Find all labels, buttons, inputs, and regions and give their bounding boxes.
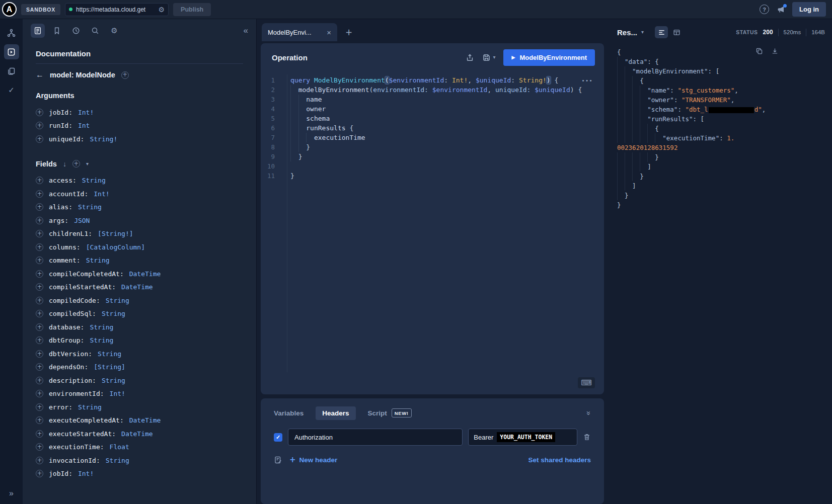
collapse-docs-button[interactable]: «	[244, 26, 248, 36]
run-operation-button[interactable]: ▶ ModelByEnvironment	[503, 49, 595, 66]
docs-field-row[interactable]: +alias:String	[36, 201, 243, 214]
add-field-icon[interactable]: +	[36, 416, 43, 424]
docs-field-row[interactable]: +jobId:Int!	[36, 467, 243, 481]
docs-field-row[interactable]: +executeStartedAt:DateTime	[36, 427, 243, 441]
add-field-icon[interactable]: +	[36, 323, 43, 331]
add-field-icon[interactable]: +	[36, 177, 43, 184]
checks-nav-button[interactable]: ✓	[4, 82, 19, 98]
collections-nav-button[interactable]	[4, 63, 19, 78]
download-response-button[interactable]	[771, 47, 779, 55]
add-field-icon[interactable]: +	[36, 377, 43, 384]
add-field-icon[interactable]: +	[36, 443, 43, 451]
docs-field-row[interactable]: +executeCompletedAt:DateTime	[36, 414, 243, 428]
add-field-icon[interactable]: +	[36, 109, 43, 116]
new-tab-button[interactable]: +	[342, 26, 355, 39]
expand-rail-button[interactable]: »	[9, 489, 14, 498]
delete-header-button[interactable]	[583, 433, 591, 441]
docs-field-row[interactable]: +invocationId:String	[36, 454, 243, 467]
sandbox-badge[interactable]: SANDBOX	[21, 4, 60, 15]
add-field-icon[interactable]: +	[36, 297, 43, 304]
docs-field-row[interactable]: +compileStartedAt:DateTime	[36, 281, 243, 294]
documentation-tab-button[interactable]	[31, 24, 45, 38]
docs-field-row[interactable]: +executionTime:Float	[36, 441, 243, 454]
search-button[interactable]	[88, 24, 102, 38]
header-key-input[interactable]	[288, 429, 463, 446]
add-field-icon[interactable]: +	[36, 310, 43, 317]
add-type-icon[interactable]: +	[121, 71, 129, 79]
add-field-icon[interactable]: +	[36, 363, 43, 371]
back-arrow-icon[interactable]: ←	[36, 70, 44, 79]
docs-field-row[interactable]: +environmentId:Int!	[36, 387, 243, 401]
tab-script-group[interactable]: Script NEW!	[368, 408, 412, 417]
add-field-icon[interactable]: +	[36, 403, 43, 411]
docs-field-row[interactable]: +columns:[CatalogColumn]	[36, 240, 243, 254]
add-field-icon[interactable]: +	[36, 230, 43, 237]
editor-line-menu-icon[interactable]: •••	[581, 77, 593, 84]
explorer-nav-button[interactable]	[4, 44, 19, 59]
endpoint-settings-gear-icon[interactable]: ⚙	[159, 6, 165, 13]
history-button[interactable]	[69, 24, 83, 38]
operation-tab[interactable]: ModelByEnvi... ×	[262, 23, 337, 41]
docs-field-row[interactable]: +childrenL1:[String!]	[36, 227, 243, 241]
add-field-icon[interactable]: +	[36, 135, 43, 143]
login-button[interactable]: Log in	[792, 2, 826, 17]
docs-argument-row[interactable]: +runId:Int	[36, 119, 243, 133]
add-field-icon[interactable]: +	[36, 122, 43, 129]
explorer-settings-button[interactable]: ⚙	[107, 24, 121, 38]
docs-field-row[interactable]: +dbtVersion:String	[36, 347, 243, 361]
docs-field-row[interactable]: +dependsOn:[String]	[36, 361, 243, 374]
header-enabled-checkbox[interactable]: ✓	[274, 433, 282, 442]
docs-field-row[interactable]: +dbtGroup:String	[36, 334, 243, 348]
add-field-icon[interactable]: +	[36, 203, 43, 211]
add-field-icon[interactable]: +	[36, 430, 43, 438]
docs-field-row[interactable]: +compileCompletedAt:DateTime	[36, 267, 243, 281]
response-title[interactable]: Res...	[617, 28, 637, 37]
copy-response-button[interactable]	[755, 47, 763, 55]
docs-field-row[interactable]: +compiledSql:String	[36, 307, 243, 321]
docs-field-row[interactable]: +accountId:Int!	[36, 187, 243, 201]
graphql-editor[interactable]: 1query ModelByEnvironment($environmentId…	[261, 71, 604, 394]
docs-field-row[interactable]: +comment:String	[36, 254, 243, 268]
help-icon[interactable]: ?	[760, 5, 769, 14]
add-all-fields-icon[interactable]: +	[72, 160, 80, 167]
add-field-icon[interactable]: +	[36, 457, 43, 464]
tab-variables[interactable]: Variables	[274, 409, 304, 417]
publish-button[interactable]: Publish	[173, 3, 211, 16]
add-field-icon[interactable]: +	[36, 190, 43, 198]
formatted-view-button[interactable]	[655, 26, 668, 38]
table-view-button[interactable]	[670, 26, 683, 38]
saved-operations-button[interactable]	[50, 24, 64, 38]
add-field-icon[interactable]: +	[36, 257, 43, 264]
keyboard-shortcuts-icon[interactable]: ⌨	[578, 377, 595, 388]
collapse-panel-icon[interactable]: »	[584, 411, 593, 415]
response-caret-icon[interactable]: ▾	[641, 30, 644, 35]
set-shared-headers-link[interactable]: Set shared headers	[528, 456, 591, 464]
docs-argument-row[interactable]: +jobId:Int!	[36, 106, 243, 119]
add-field-icon[interactable]: +	[36, 217, 43, 224]
docs-field-row[interactable]: +error:String	[36, 400, 243, 414]
docs-argument-row[interactable]: +uniqueId:String!	[36, 132, 243, 146]
add-field-icon[interactable]: +	[36, 350, 43, 358]
share-operation-button[interactable]	[466, 53, 474, 62]
schema-nav-button[interactable]	[4, 25, 19, 40]
save-operation-button[interactable]: ▾	[482, 53, 495, 62]
tab-headers[interactable]: Headers	[316, 406, 355, 420]
close-tab-icon[interactable]: ×	[327, 29, 331, 36]
header-value-input[interactable]: Bearer YOUR_AUTH_TOKEN	[468, 429, 577, 446]
docs-field-row[interactable]: +compiledCode:String	[36, 294, 243, 307]
docs-field-row[interactable]: +database:String	[36, 320, 243, 334]
add-fields-caret-icon[interactable]: ▾	[86, 161, 89, 166]
add-field-icon[interactable]: +	[36, 470, 43, 477]
apollo-logo[interactable]: A	[2, 2, 17, 17]
add-field-icon[interactable]: +	[36, 283, 43, 291]
docs-field-row[interactable]: +args:JSON	[36, 214, 243, 227]
endpoint-url-input[interactable]: https://metadata.cloud.get ⚙	[65, 3, 169, 16]
docs-field-row[interactable]: +description:String	[36, 374, 243, 387]
add-field-icon[interactable]: +	[36, 337, 43, 344]
bulk-edit-headers-button[interactable]	[274, 456, 282, 464]
add-field-icon[interactable]: +	[36, 270, 43, 278]
sort-fields-icon[interactable]: ↓	[63, 160, 66, 168]
docs-field-row[interactable]: +access:String	[36, 174, 243, 188]
new-header-button[interactable]: + New header	[289, 456, 337, 464]
announcements-button[interactable]	[776, 5, 786, 15]
